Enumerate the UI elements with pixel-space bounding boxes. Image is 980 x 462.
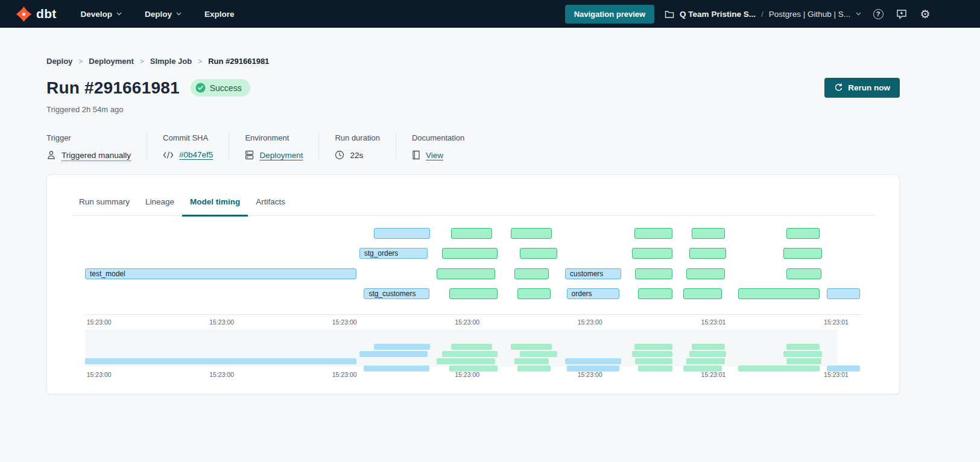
meta-run-duration: Run duration22s [318,133,395,160]
folder-icon [665,10,674,19]
primary-nav: DevelopDeployExplore [81,10,235,19]
breadcrumb-item-simple-job[interactable]: SImple Job [150,57,192,66]
help-icon[interactable]: ? [871,7,885,21]
overview-bar[interactable] [786,344,820,350]
overview-bar[interactable] [686,358,725,364]
meta-value-link[interactable]: #0b47ef5 [179,150,213,159]
meta-label: Run duration [335,133,379,142]
timing-bar[interactable] [783,248,822,259]
overview-bar[interactable] [786,358,821,364]
overview-bar[interactable] [442,351,497,357]
tab-model-timing[interactable]: Model timing [182,197,248,217]
settings-icon[interactable]: ⚙ [918,7,932,21]
navigation-preview-button[interactable]: Navigation preview [565,5,654,24]
account-name: Q Team Pristine S... [680,10,756,19]
breadcrumb-item-run-291661981: Run #291661981 [208,57,269,66]
meta-value-row: View [412,150,464,160]
page-title: Run #291661981 [46,78,180,98]
meta-value-link[interactable]: Deployment [259,151,303,160]
timing-bar[interactable] [514,268,549,279]
timing-bar[interactable] [634,228,672,239]
breadcrumb: Deploy>Deployment>SImple Job>Run #291661… [46,57,900,66]
timing-bar-customers[interactable]: customers [565,268,621,279]
help-question-glyph: ? [873,9,884,19]
gear-glyph: ⚙ [920,8,930,20]
overview-bar[interactable] [520,351,557,357]
tab-lineage[interactable]: Lineage [138,197,182,217]
timing-bar-stg-customers[interactable]: stg_customers [364,288,429,299]
meta-value-row: Triggered manually [46,150,131,160]
overview-bar[interactable] [634,344,672,350]
overview-bar[interactable] [738,365,820,372]
timing-bar[interactable] [520,248,557,259]
overview-bar[interactable] [451,344,492,350]
database-icon [245,150,254,160]
timing-bar[interactable] [638,288,672,299]
overview-axis-tick: 15:23:00 [87,371,112,378]
nav-item-deploy[interactable]: Deploy [145,10,182,19]
timing-bar[interactable] [689,248,726,259]
rerun-now-button[interactable]: Rerun now [824,78,900,98]
status-badge: Success [191,79,250,97]
timing-bar[interactable] [374,228,430,239]
overview-bar[interactable] [514,358,549,364]
timing-bar[interactable] [786,228,820,239]
timing-bar[interactable] [442,248,497,259]
overview-bar[interactable] [635,358,672,364]
breadcrumb-item-deployment[interactable]: Deployment [89,57,133,66]
overview-bar[interactable] [437,358,495,364]
timing-bar[interactable] [449,288,498,299]
timing-bar[interactable] [686,268,725,279]
overview-bar[interactable] [359,351,428,357]
timing-bar[interactable] [827,288,860,299]
overview-bar[interactable] [511,344,552,350]
meta-value: Triggered manually [62,151,131,160]
top-nav-right: Navigation preview Q Team Pristine S... … [565,5,932,24]
timing-bar[interactable] [632,248,672,259]
feedback-icon[interactable] [895,7,908,21]
overview-bar[interactable] [638,365,672,372]
meta-label: Commit SHA [163,133,213,142]
account-switcher[interactable]: Q Team Pristine S... / Postgres | Github… [665,10,861,19]
breadcrumb-separator: > [140,57,144,66]
x-axis-tick: 15:23:00 [578,318,602,326]
overview-axis-tick: 15:23:01 [701,371,726,378]
timing-bar-stg-orders[interactable]: stg_orders [359,248,428,259]
nav-item-explore[interactable]: Explore [204,10,235,19]
chevron-down-icon [176,12,182,16]
overview-bar[interactable] [85,358,356,364]
x-axis-tick: 15:23:00 [332,318,357,326]
project-name: Postgres | Github | S... [769,10,850,19]
timing-bar[interactable] [451,228,492,239]
timing-bar[interactable] [683,288,722,299]
timing-bar[interactable] [786,268,821,279]
dbt-logo[interactable]: dbt [16,6,57,22]
timing-bar[interactable] [738,288,820,299]
timing-bar-orders[interactable]: orders [567,288,620,299]
timing-bar[interactable] [437,268,495,279]
timing-bar[interactable] [517,288,550,299]
overview-bar[interactable] [692,344,725,350]
overview-bar[interactable] [364,365,429,372]
nav-item-develop[interactable]: Develop [81,10,122,19]
doc-icon [412,150,420,160]
nav-item-label: Deploy [145,10,172,19]
timing-bar[interactable] [511,228,552,239]
person-icon [46,150,56,160]
meta-label: Environment [245,133,303,142]
overview-bar[interactable] [374,344,430,350]
overview-bar[interactable] [632,351,672,357]
tab-artifacts[interactable]: Artifacts [248,197,293,217]
breadcrumb-item-deploy[interactable]: Deploy [46,57,72,66]
meta-value-link[interactable]: View [426,151,443,160]
x-axis-tick: 15:23:01 [701,318,726,326]
timing-bar-test-model[interactable]: test_model [85,268,356,279]
overview-bar[interactable] [783,351,822,357]
overview-axis-tick: 15:23:00 [455,371,479,378]
timing-bar[interactable] [635,268,672,279]
overview-bar[interactable] [689,351,726,357]
timing-bar[interactable] [692,228,725,239]
overview-bar[interactable] [565,358,621,364]
tab-run-summary[interactable]: Run summary [71,197,138,217]
overview-bar[interactable] [517,365,550,372]
